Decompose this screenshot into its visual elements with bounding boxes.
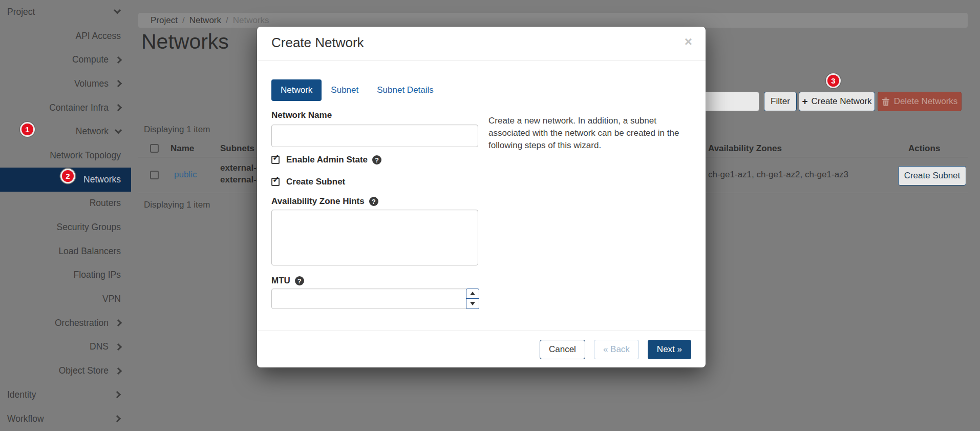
arrow-up-icon [470,292,475,295]
create-subnet-button[interactable]: Create Subnet [898,166,966,186]
sidebar-item-floating-ips[interactable]: Floating IPs [0,263,131,288]
sidebar-item-label: Project [7,7,35,17]
sidebar-item-network[interactable]: Network [0,119,131,143]
column-header-actions: Actions [908,143,940,154]
sidebar-item-vpn[interactable]: VPN [0,287,131,311]
chevron-right-icon [115,319,122,326]
sidebar-item-label: Compute [72,54,109,65]
network-name-input[interactable] [271,125,478,147]
breadcrumb-current: Networks [233,15,269,26]
network-name-link[interactable]: public [174,170,197,180]
modal-tabs: Network Subnet Subnet Details [271,79,443,101]
column-header-name[interactable]: Name [171,143,194,154]
chevron-right-icon [115,367,122,375]
select-all-checkbox[interactable] [150,144,159,153]
sidebar-item-orchestration[interactable]: Orchestration [0,311,131,335]
cancel-button[interactable]: Cancel [540,340,585,359]
spinner-down-button[interactable] [466,299,479,309]
create-subnet-checkbox[interactable]: ✓ [271,178,280,186]
sidebar-item-label: Routers [90,198,121,209]
breadcrumb-network[interactable]: Network [189,15,221,26]
tab-subnet[interactable]: Subnet [322,79,368,101]
step-badge-2: 2 [60,169,75,183]
chevron-right-icon [114,391,121,398]
sidebar-item-label: Workflow [7,414,44,424]
check-icon: ✓ [272,174,280,185]
mtu-spinner [466,289,479,309]
plus-icon: + [802,96,807,107]
sidebar-item-identity[interactable]: Identity [0,383,131,407]
step-badge-3: 3 [826,73,841,88]
sidebar-item-load-balancers[interactable]: Load Balancers [0,239,131,263]
next-button[interactable]: Next » [648,340,691,359]
sidebar-item-label: API Access [75,31,121,42]
availability-zones-cell: ch-ge1-az1, ch-ge1-az2, ch-ge1-az3 [708,170,848,180]
help-icon[interactable]: ? [295,276,304,285]
chevron-right-icon [115,104,122,111]
chevron-right-icon [115,56,122,64]
filter-button[interactable]: Filter [764,92,797,111]
sidebar-item-label: Security Groups [57,222,121,233]
close-icon[interactable]: × [685,35,692,48]
sidebar-item-dns[interactable]: DNS [0,335,131,359]
step-badge-1: 1 [20,122,35,137]
create-network-modal: Create Network × Network Subnet Subnet D… [257,27,706,367]
enable-admin-state-row: ✓ Enable Admin State ? [271,155,381,165]
mtu-input[interactable] [271,289,478,309]
modal-header: Create Network × [257,27,706,60]
delete-networks-button[interactable]: Delete Networks [878,92,962,111]
mtu-field [271,289,478,309]
create-network-button[interactable]: + Create Network [799,92,875,111]
breadcrumb-separator: / [226,15,228,26]
sidebar-item-security-groups[interactable]: Security Groups [0,215,131,239]
sidebar-item-label: Network Topology [50,150,121,161]
az-hints-label: Availability Zone Hints ? [271,196,378,207]
sidebar-item-compute[interactable]: Compute [0,48,131,72]
chevron-down-icon [114,7,121,14]
breadcrumb-project[interactable]: Project [151,15,178,26]
sidebar-item-api-access[interactable]: API Access [0,24,131,48]
chevron-right-icon [115,80,122,87]
row-checkbox[interactable] [150,171,159,179]
sidebar-item-container-infra[interactable]: Container Infra [0,96,131,120]
trash-icon [882,97,890,106]
enable-admin-state-checkbox[interactable]: ✓ [271,156,280,164]
sidebar-item-volumes[interactable]: Volumes [0,72,131,96]
sidebar-item-label: VPN [102,294,121,304]
enable-admin-state-label: Enable Admin State [286,155,368,165]
sidebar-item-label: Floating IPs [74,270,121,280]
sidebar-item-workflow[interactable]: Workflow [0,407,131,431]
chevron-right-icon [115,343,122,351]
create-subnet-row: ✓ Create Subnet [271,177,345,187]
sidebar-item-network-topology[interactable]: Network Topology [0,143,131,168]
back-button[interactable]: « Back [594,340,639,359]
sidebar-item-label: Load Balancers [58,246,121,257]
breadcrumb: Project / Network / Networks [138,13,968,28]
modal-help-text: Create a new network. In addition, a sub… [488,115,699,152]
tab-subnet-details[interactable]: Subnet Details [368,79,443,101]
help-icon[interactable]: ? [372,155,381,165]
sidebar-item-object-store[interactable]: Object Store [0,359,131,383]
column-header-availability-zones[interactable]: Availability Zones [708,143,782,154]
check-icon: ✓ [272,152,280,163]
chevron-right-icon [114,415,121,422]
modal-title: Create Network [271,35,364,51]
network-name-label: Network Name [271,110,332,120]
sidebar-item-routers[interactable]: Routers [0,192,131,216]
sidebar-item-label: Network [76,126,109,137]
chevron-down-icon [115,127,122,134]
breadcrumb-separator: / [182,15,185,26]
create-subnet-label: Create Subnet [286,177,345,187]
sidebar-item-project[interactable]: Project [0,0,131,24]
modal-footer: Cancel « Back Next » [257,331,706,367]
sidebar-item-label: Container Infra [49,102,109,113]
sidebar-item-label: Object Store [59,365,109,376]
az-hints-textarea[interactable] [271,210,478,265]
mtu-label: MTU ? [271,276,304,286]
help-icon[interactable]: ? [369,197,378,206]
tab-network[interactable]: Network [271,79,322,101]
sidebar: Project API Access Compute Volumes Conta… [0,0,131,431]
sidebar-item-label: Volumes [74,78,109,89]
spinner-up-button[interactable] [466,289,479,299]
table-count-bottom: Displaying 1 item [144,200,210,210]
